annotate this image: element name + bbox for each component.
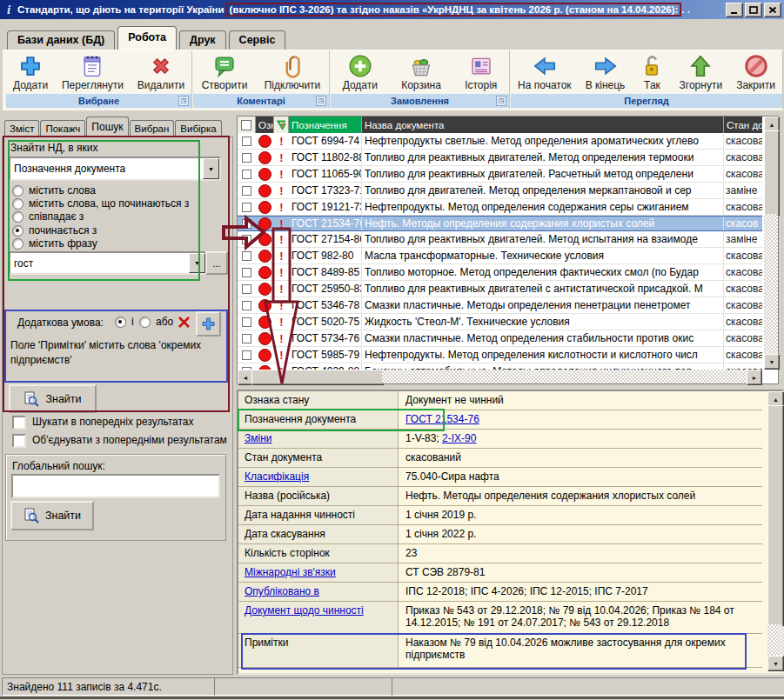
horizontal-scrollbar[interactable]: ◄ ► xyxy=(238,370,762,383)
toolbar-button-arrow-left[interactable]: На початок xyxy=(514,52,575,92)
radio-or[interactable]: або xyxy=(139,316,173,328)
table-row[interactable]: !ГОСТ 982-80Масла трансформаторные. Техн… xyxy=(238,248,762,264)
toolbar-button-plus-blue[interactable]: Додати xyxy=(10,52,51,92)
toolbar-button-comment[interactable]: Створити xyxy=(198,52,251,92)
detail-label-link[interactable]: Класифікація xyxy=(245,470,309,483)
row-checkbox[interactable] xyxy=(238,183,256,198)
row-checkbox[interactable] xyxy=(238,314,256,330)
search-term-combobox[interactable]: гост ▼ xyxy=(9,251,207,275)
table-row[interactable]: !ГОСТ 5346-78Смазки пластичные. Методы о… xyxy=(238,297,762,314)
table-row[interactable]: !ГОСТ 17323-71Топливо для двигателей. Ме… xyxy=(238,183,762,199)
table-row[interactable]: !ГОСТ 25950-83Топливо для реактивных дви… xyxy=(238,281,762,297)
close-button[interactable] xyxy=(764,3,781,17)
detail-value-link[interactable]: 2-IX-90 xyxy=(442,432,476,444)
detail-label[interactable]: Класифікація xyxy=(238,468,399,486)
group-dialog-launcher-icon[interactable]: ◳ xyxy=(178,96,189,106)
minimize-button[interactable] xyxy=(726,3,743,17)
header-status[interactable]: Стан до xyxy=(724,117,762,133)
maximize-button[interactable] xyxy=(745,3,762,17)
remove-condition-button[interactable] xyxy=(175,312,193,332)
toolbar-button-plus-circle[interactable]: Додати xyxy=(339,52,381,92)
global-find-button[interactable]: Знайти xyxy=(10,501,94,530)
left-tab-Покажч[interactable]: Покажч xyxy=(40,120,85,137)
radio-match-option[interactable]: містить слова, що починаються з xyxy=(12,197,189,210)
tab-Робота[interactable]: Робота xyxy=(117,26,177,50)
global-search-input[interactable] xyxy=(11,474,220,498)
radio-match-option[interactable]: містить фразу xyxy=(12,237,97,250)
detail-label-link[interactable]: Зміни xyxy=(245,432,272,444)
table-row[interactable]: !ГОСТ 5734-76Смазки пластичные. Метод оп… xyxy=(238,330,762,347)
checkbox-search-previous[interactable]: Шукати в попередніх результатах xyxy=(12,416,226,430)
toolbar-button-paperclip[interactable]: Підключити xyxy=(261,52,325,92)
radio-match-option[interactable]: співпадає з xyxy=(12,210,84,223)
row-checkbox[interactable] xyxy=(238,150,256,165)
search-field-combobox[interactable]: Позначення документа ▼ xyxy=(9,157,221,181)
row-checkbox[interactable] xyxy=(238,166,256,182)
row-checkbox[interactable] xyxy=(238,330,256,346)
chevron-down-icon[interactable]: ▼ xyxy=(203,158,219,179)
table-row[interactable]: !ГОСТ 8489-85Топливо моторное. Метод опр… xyxy=(238,264,762,281)
scroll-down-icon[interactable]: ▼ xyxy=(764,354,780,370)
row-checkbox[interactable] xyxy=(238,248,256,263)
scroll-right-icon[interactable]: ► xyxy=(747,370,762,385)
scroll-track[interactable] xyxy=(764,214,778,354)
header-designation[interactable]: Позначення xyxy=(289,117,362,133)
header-select-all[interactable] xyxy=(238,117,256,133)
toolbar-button-arrow-right[interactable]: В кінець xyxy=(582,52,629,92)
row-checkbox[interactable] xyxy=(238,347,256,363)
toolbar-button-no-entry[interactable]: Закрити xyxy=(733,52,779,92)
row-checkbox[interactable] xyxy=(238,133,256,149)
toolbar-button-notepad[interactable]: Переглянути xyxy=(58,52,127,92)
row-checkbox[interactable] xyxy=(238,231,256,247)
tab-Друк[interactable]: Друк xyxy=(179,30,226,50)
scroll-track[interactable] xyxy=(382,370,748,383)
table-row[interactable]: !ГОСТ 19121-73Нефтепродукты. Метод опред… xyxy=(238,199,762,216)
row-checkbox[interactable] xyxy=(238,217,256,230)
left-tab-Вибірка[interactable]: Вибірка xyxy=(175,120,221,137)
add-condition-button[interactable] xyxy=(196,311,221,337)
detail-label[interactable]: Документ щодо чинності xyxy=(238,602,399,633)
detail-label[interactable]: Опубліковано в xyxy=(238,583,399,601)
detail-label-link[interactable]: Документ щодо чинності xyxy=(245,604,364,617)
row-checkbox[interactable] xyxy=(238,297,256,313)
scroll-track[interactable] xyxy=(767,624,782,656)
table-row[interactable]: !ГОСТ 5020-75Жидкость 'Стеол-М'. Техниче… xyxy=(238,314,762,330)
header-filter[interactable] xyxy=(274,117,289,133)
row-checkbox[interactable] xyxy=(238,199,256,215)
left-tab-Зміст[interactable]: Зміст xyxy=(4,120,39,137)
detail-label[interactable]: Зміни xyxy=(238,430,399,448)
detail-label-link[interactable]: Опубліковано в xyxy=(245,585,319,597)
radio-match-option[interactable]: починається з xyxy=(12,224,97,237)
table-row[interactable]: !ГОСТ 5985-79Нефтепродукты. Метод опреде… xyxy=(238,347,762,363)
toolbar-button-red-x[interactable]: Видалити xyxy=(134,52,188,92)
toolbar-button-history[interactable]: Історія xyxy=(461,52,500,92)
table-row[interactable]: !ГОСТ 11065-90Топливо для реактивных дви… xyxy=(238,166,762,183)
scroll-thumb[interactable] xyxy=(764,130,780,216)
left-tab-Вибран[interactable]: Вибран xyxy=(130,120,175,137)
toolbar-button-basket[interactable]: Корзина xyxy=(398,52,445,92)
tab-Сервіс[interactable]: Сервіс xyxy=(229,30,286,50)
detail-label[interactable]: Міжнародні зв'язки xyxy=(238,563,399,582)
checkbox-union-previous[interactable]: Об'єднувати з попередніми результатам xyxy=(12,434,231,448)
scroll-down-icon[interactable]: ▼ xyxy=(767,656,784,671)
header-name[interactable]: Назва документа xyxy=(362,117,724,133)
scroll-thumb[interactable] xyxy=(767,405,784,626)
table-row[interactable]: !ГОСТ 21534-76Нефть. Методы определения … xyxy=(238,216,762,231)
toolbar-button-arrow-up[interactable]: Згорнути xyxy=(676,52,727,92)
scroll-thumb[interactable] xyxy=(251,370,384,385)
row-checkbox[interactable] xyxy=(238,281,256,297)
group-dialog-launcher-icon[interactable]: ◳ xyxy=(316,96,326,106)
table-row[interactable]: !ГОСТ 6994-74Нефтепродукты светлые. Мето… xyxy=(238,133,762,150)
table-row[interactable]: !ГОСТ 11802-88Топливо для реактивных дви… xyxy=(238,150,762,166)
tab-Бази даних (БД)[interactable]: Бази даних (БД) xyxy=(7,30,115,50)
header-state[interactable]: Озн xyxy=(256,117,274,133)
toolbar-button-padlock[interactable]: Так xyxy=(635,52,668,92)
left-tab-Пошук[interactable]: Пошук xyxy=(86,117,128,137)
detail-value-link[interactable]: ГОСТ 21534-76 xyxy=(405,413,479,425)
detail-label-link[interactable]: Міжнародні зв'язки xyxy=(245,566,336,578)
chevron-down-icon[interactable]: ▼ xyxy=(189,253,205,273)
table-row[interactable]: !ГОСТ 27154-86Топливо для реактивных дви… xyxy=(238,231,762,248)
row-checkbox[interactable] xyxy=(238,264,256,280)
details-scrollbar[interactable]: ▲ ▼ xyxy=(767,391,782,670)
radio-match-option[interactable]: містить слова xyxy=(12,184,96,197)
